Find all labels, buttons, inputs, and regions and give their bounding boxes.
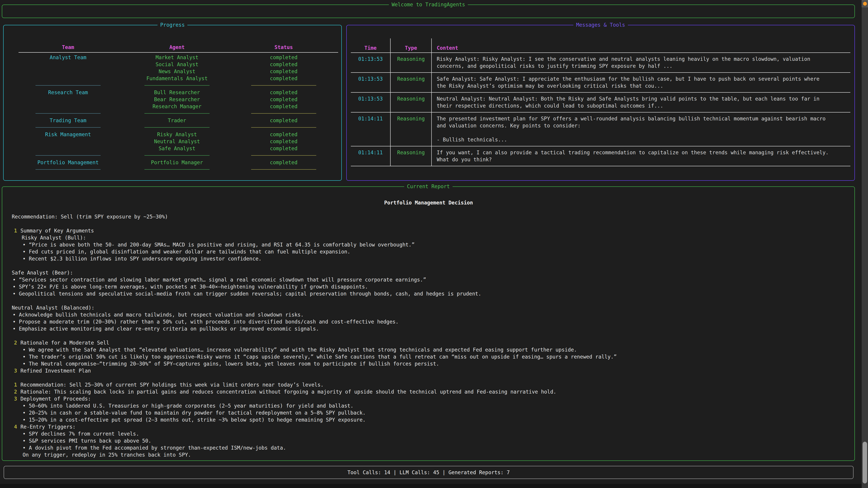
team-cell	[15, 96, 121, 103]
column-header-team: Team	[15, 44, 121, 51]
report-line: •S&P services PMI turns back up above 50…	[12, 437, 845, 445]
report-text: Emphasize active monitoring and clear re…	[19, 326, 319, 332]
message-time: 01:14:11	[351, 112, 391, 146]
agent-cell: Social Analyst	[121, 61, 233, 68]
report-line: •A dovish pivot from the Fed accompanied…	[12, 445, 845, 451]
report-line: 2Rationale for a Moderate Sell	[12, 339, 845, 346]
report-line: 2Rationale: This scaling back locks in p…	[12, 388, 845, 395]
report-text: 15–20% in a cost-effective put spread (2…	[29, 417, 366, 423]
report-panel-title: Current Report	[404, 183, 453, 190]
message-time: 01:14:11	[351, 147, 391, 166]
report-line: •Acknowledge bullish technicals and macr…	[12, 311, 845, 318]
message-time: 01:13:53	[351, 73, 391, 92]
team-cell: Trading Team	[15, 117, 121, 124]
bullet-icon: •	[23, 438, 26, 444]
status-cell: completed	[233, 68, 335, 75]
message-content: Safe Analyst: Safe Analyst: I appreciate…	[432, 73, 850, 92]
stats-footer: Tool Calls: 14 | LLM Calls: 45 | Generat…	[4, 466, 854, 479]
report-heading: Portfolio Management Decision	[12, 199, 845, 206]
report-text: Refined Investment Plan	[21, 368, 91, 374]
column-header-agent: Agent	[121, 44, 233, 51]
report-line: 1Summary of Key Arguments	[12, 227, 845, 234]
report-text: SPY’s 22× P/E is above long-term average…	[19, 284, 368, 290]
section-divider	[15, 124, 341, 131]
table-row: News Analystcompleted	[15, 68, 341, 75]
report-line: •“Price is above both the 50- and 200-da…	[12, 241, 845, 248]
bullet-icon: •	[23, 410, 26, 416]
divider-line	[145, 155, 210, 156]
report-lines: Recommendation: Sell (trim SPY exposure …	[12, 213, 845, 458]
status-cell: completed	[233, 138, 335, 145]
window-bottom-edge	[0, 484, 862, 488]
scrollbar-track[interactable]	[862, 0, 868, 488]
divider-line	[251, 169, 316, 170]
team-cell: Risk Management	[15, 131, 121, 138]
report-line: •50–60% into laddered U.S. Treasuries or…	[12, 402, 845, 410]
message-content: If you want, I can also provide a tactic…	[432, 147, 850, 166]
report-line: Recommendation: Sell (trim SPY exposure …	[12, 213, 845, 220]
scrollbar-thumb[interactable]	[863, 442, 867, 484]
report-line: •Recent $2.3 billion inflows into SPY un…	[12, 255, 845, 262]
status-cell: completed	[233, 145, 335, 152]
report-line: •Fed cuts priced in, global disinflation…	[12, 248, 845, 255]
message-time: 01:13:53	[351, 93, 391, 112]
status-cell: completed	[233, 117, 335, 124]
report-text: Rationale for a Moderate Sell	[21, 340, 110, 346]
divider-line	[251, 155, 316, 156]
report-text: Re-Entry Triggers:	[21, 424, 76, 430]
report-line	[12, 220, 845, 227]
bullet-icon: •	[13, 319, 16, 325]
table-row: Fundamentals Analystcompleted	[15, 75, 341, 82]
report-line: Safe Analyst (Bear):	[12, 269, 845, 276]
stats-text: Tool Calls: 14 | LLM Calls: 45 | Generat…	[347, 469, 510, 476]
divider-line	[145, 127, 210, 128]
column-header-type: Type	[391, 38, 432, 53]
status-cell: completed	[233, 54, 335, 61]
report-line: •“Services sector contraction and slowin…	[12, 276, 845, 283]
report-line: 3Deployment of Proceeds:	[12, 395, 845, 402]
agent-cell: Research Manager	[121, 103, 233, 110]
progress-table-body: Analyst TeamMarket AnalystcompletedSocia…	[15, 54, 341, 173]
divider-line	[35, 127, 101, 128]
list-number: 3	[14, 368, 17, 374]
team-cell	[15, 138, 121, 145]
agent-cell: Fundamentals Analyst	[121, 75, 233, 82]
list-number: 2	[14, 340, 17, 346]
divider-line	[251, 113, 316, 113]
message-content: Neutral Analyst: Neutral Analyst: Both t…	[432, 93, 850, 112]
messages-panel: Messages & Tools Time Type Content 01:13…	[346, 25, 855, 181]
report-line: •Geopolitical tensions and speculative s…	[12, 290, 845, 297]
report-text: Rationale: This scaling back locks in pa…	[21, 389, 557, 395]
agent-cell: Safe Analyst	[121, 145, 233, 152]
header-rule	[19, 52, 338, 53]
status-cell: completed	[233, 89, 335, 96]
report-line: •Propose a moderate trim (20–30%) rather…	[12, 318, 845, 325]
report-line: Risky Analyst (Bull):	[12, 234, 845, 241]
column-header-content: Content	[432, 38, 850, 53]
message-type: Reasoning	[391, 73, 432, 92]
column-header-time: Time	[351, 38, 391, 53]
bullet-icon: •	[23, 431, 26, 437]
divider-line	[35, 155, 101, 156]
report-line	[12, 375, 845, 381]
report-line: 1Recommendation: Sell 25–30% of current …	[12, 381, 845, 388]
table-row: Analyst TeamMarket Analystcompleted	[15, 54, 341, 61]
divider-line	[145, 85, 210, 86]
report-line: 4Re-Entry Triggers:	[12, 423, 845, 430]
report-text: Risky Analyst (Bull):	[22, 235, 86, 240]
team-cell: Analyst Team	[15, 54, 121, 61]
table-row: Research TeamBull Researchercompleted	[15, 89, 341, 96]
report-line: •The Neutral compromise—“trimming 20–30%…	[12, 360, 845, 367]
scroll-origin-button[interactable]	[862, 0, 868, 7]
messages-table-body: 01:13:53ReasoningRisky Analyst: Risky An…	[351, 53, 850, 166]
section-divider	[15, 82, 341, 89]
bullet-icon: •	[13, 326, 16, 332]
report-line: 3Refined Investment Plan	[12, 367, 845, 375]
agent-cell: Bear Researcher	[121, 96, 233, 103]
status-cell: completed	[233, 61, 335, 68]
table-row: Social Analystcompleted	[15, 61, 341, 68]
report-text: 50–60% into laddered U.S. Treasuries or …	[29, 403, 353, 409]
bullet-icon: •	[23, 256, 26, 262]
table-row: Research Managercompleted	[15, 103, 341, 110]
agent-cell: Neutral Analyst	[121, 138, 233, 145]
